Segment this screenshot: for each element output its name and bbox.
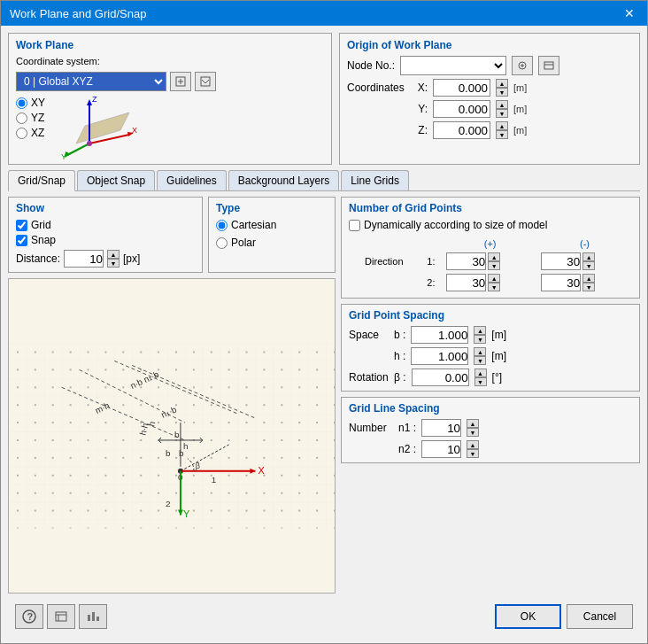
dir2-plus-down[interactable]: ▼ <box>488 283 500 291</box>
cartesian-radio[interactable] <box>216 220 228 231</box>
dir2-plus-up[interactable]: ▲ <box>488 274 500 283</box>
origin-title: Origin of Work Plane <box>347 39 632 51</box>
num-grid-panel: Number of Grid Points Dynamically accord… <box>341 197 640 299</box>
rotation-row: Rotation β : ▲ ▼ [°] <box>349 369 632 386</box>
dir2-minus-down[interactable]: ▼ <box>582 283 595 291</box>
svg-text:b: b <box>179 448 184 458</box>
minus-header: (-) <box>537 237 632 251</box>
work-plane-title: Work Plane <box>16 39 324 51</box>
y-unit: [m] <box>513 104 527 114</box>
node-icon-btn-1[interactable] <box>512 56 533 75</box>
node-icon-btn-2[interactable] <box>538 56 559 75</box>
tab-grid-snap[interactable]: Grid/Snap <box>8 170 75 191</box>
b-input[interactable] <box>411 326 468 344</box>
y-input[interactable] <box>433 100 490 118</box>
cancel-button[interactable]: Cancel <box>567 604 633 629</box>
edit-button[interactable] <box>47 604 75 629</box>
plane-xy-radio[interactable] <box>16 97 27 109</box>
b-spin-down[interactable]: ▼ <box>474 335 486 344</box>
tab-background-layers[interactable]: Background Layers <box>228 170 339 190</box>
beta-input[interactable] <box>412 369 469 386</box>
cartesian-label[interactable]: Cartesian <box>216 219 328 231</box>
grid-checkbox[interactable] <box>16 220 27 231</box>
dynamic-checkbox-label[interactable]: Dynamically according to size of model <box>349 219 632 231</box>
coord-icon-btn-2[interactable] <box>195 72 216 91</box>
plane-xz-label[interactable]: XZ <box>16 127 45 139</box>
type-box: Type Cartesian Polar <box>208 197 336 273</box>
dir2-plus-input[interactable] <box>446 274 486 291</box>
beta-spin-down[interactable]: ▼ <box>474 377 487 386</box>
plane-xz-radio[interactable] <box>16 128 27 139</box>
n1-spin-up[interactable]: ▲ <box>467 419 479 428</box>
node-no-select[interactable] <box>400 56 506 75</box>
tab-line-grids[interactable]: Line Grids <box>341 170 409 190</box>
polar-label[interactable]: Polar <box>216 237 328 249</box>
polar-radio[interactable] <box>216 237 228 249</box>
h-unit: [m] <box>491 350 506 362</box>
polar-text: Polar <box>231 237 256 249</box>
snap-checkbox[interactable] <box>16 235 27 246</box>
ok-button[interactable]: OK <box>495 604 561 629</box>
dir1-plus-input[interactable] <box>446 252 486 270</box>
n2-spin-down[interactable]: ▼ <box>467 449 479 458</box>
distance-row: Distance: ▲ ▼ [px] <box>16 250 195 268</box>
x-spin-up[interactable]: ▲ <box>496 79 508 88</box>
dir2-label: 2: <box>420 272 444 293</box>
dir1-plus-spinner: ▲ ▼ <box>488 252 500 270</box>
chart-button[interactable] <box>79 604 107 629</box>
coord-rows: Coordinates X: ▲ ▼ [m] Y: <box>347 79 632 139</box>
plane-yz-label[interactable]: YZ <box>16 112 45 124</box>
x-input[interactable] <box>433 79 490 97</box>
distance-spin-up[interactable]: ▲ <box>107 250 120 259</box>
dir1-plus-up[interactable]: ▲ <box>488 252 500 261</box>
plane-xy-label[interactable]: XY <box>16 97 45 109</box>
snap-checkbox-label[interactable]: Snap <box>16 234 195 246</box>
grid-checkbox-label[interactable]: Grid <box>16 219 195 231</box>
distance-label: Distance: <box>16 252 60 265</box>
dir1-plus-down[interactable]: ▼ <box>488 261 500 270</box>
dir2-minus-up[interactable]: ▲ <box>582 274 595 283</box>
coord-system-select[interactable]: 0 | Global XYZ <box>16 72 166 91</box>
tab-object-snap[interactable]: Object Snap <box>77 170 155 190</box>
distance-spin-down[interactable]: ▼ <box>107 259 120 268</box>
n2-input[interactable] <box>421 440 461 458</box>
help-button[interactable]: ? <box>15 604 43 629</box>
coord-icon-btn-1[interactable] <box>170 72 191 91</box>
show-box: Show Grid Snap Distance: <box>8 197 203 273</box>
x-spin-down[interactable]: ▼ <box>496 88 508 97</box>
dir2-minus-input[interactable] <box>541 274 581 291</box>
b-spin-up[interactable]: ▲ <box>474 326 486 335</box>
svg-text:b: b <box>174 430 180 439</box>
dir1-minus-down[interactable]: ▼ <box>582 261 595 270</box>
plane-yz-radio[interactable] <box>16 113 27 124</box>
dir1-minus-up[interactable]: ▲ <box>582 252 595 261</box>
z-input[interactable] <box>433 121 490 139</box>
distance-input[interactable] <box>64 250 104 268</box>
dir1-label: 1: <box>420 251 444 272</box>
y-spin-down[interactable]: ▼ <box>496 109 508 118</box>
x-label: X: <box>414 81 428 94</box>
beta-spin-up[interactable]: ▲ <box>474 369 487 377</box>
y-spinner: ▲ ▼ <box>496 100 508 118</box>
svg-rect-1 <box>201 77 210 86</box>
z-spin-down[interactable]: ▼ <box>496 130 508 139</box>
h-spin-down[interactable]: ▼ <box>474 356 486 365</box>
n1-input[interactable] <box>421 419 461 437</box>
h-spin-up[interactable]: ▲ <box>474 347 486 356</box>
dir1-minus-input[interactable] <box>541 252 581 270</box>
origin-panel: Origin of Work Plane Node No.: Coordinat… <box>339 33 640 165</box>
direction-label: Direction <box>349 251 420 272</box>
n2-spin-up[interactable]: ▲ <box>467 440 479 449</box>
dynamic-checkbox[interactable] <box>349 220 360 231</box>
b-unit: [m] <box>491 329 506 341</box>
y-spin-up[interactable]: ▲ <box>496 100 508 109</box>
dialog-body: Work Plane Coordinate system: 0 | Global… <box>1 26 647 643</box>
h-input[interactable] <box>411 347 468 365</box>
axes-svg: Z X Y <box>54 95 143 161</box>
svg-rect-57 <box>88 615 90 621</box>
svg-rect-58 <box>92 612 95 621</box>
z-spin-up[interactable]: ▲ <box>496 121 508 130</box>
tab-guidelines[interactable]: Guidelines <box>157 170 227 190</box>
close-button[interactable]: ✕ <box>621 6 638 20</box>
n1-spin-down[interactable]: ▼ <box>467 428 479 437</box>
